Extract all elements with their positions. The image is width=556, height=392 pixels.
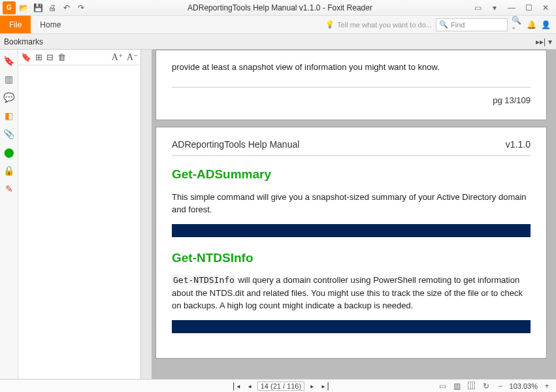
tell-me-input[interactable]: 💡 Tell me what you want to do... — [325, 20, 432, 29]
page13-trailing-text: provide at least a snapshot view of info… — [172, 61, 531, 74]
bookmarks-pane: 🔖 ⊞ ⊟ 🗑 A⁺ A⁻ — [18, 50, 141, 379]
bulb-icon: 💡 — [325, 20, 335, 29]
view-mode-4-icon[interactable]: ↻ — [481, 381, 491, 391]
codeblock-ntdsinfo — [172, 320, 531, 333]
text-size-down-icon[interactable]: A⁻ — [127, 52, 138, 63]
zoom-in-button[interactable]: + — [542, 381, 552, 391]
maximize-icon[interactable]: ☐ — [523, 3, 534, 13]
view-mode-2-icon[interactable]: ▥ — [452, 381, 463, 391]
prev-page-button[interactable]: ◂ — [246, 382, 253, 391]
find-placeholder: Find — [451, 21, 465, 29]
view-mode-1-icon[interactable]: ▭ — [438, 381, 448, 391]
window-title: ADReportingTools Help Manual v1.1.0 - Fo… — [88, 3, 472, 12]
advanced-search-icon[interactable]: 🔍⁺ — [512, 20, 522, 30]
tab-file[interactable]: File — [0, 16, 31, 33]
new-bookmark-icon[interactable]: 🔖 — [21, 52, 31, 62]
para-ntdsinfo: Get-NTDSInfo will query a domain control… — [172, 274, 531, 312]
next-page-button[interactable]: ▸ — [308, 382, 316, 391]
expand-all-icon[interactable]: ⊞ — [35, 52, 42, 62]
layers-panel-icon[interactable]: ◧ — [3, 110, 15, 122]
collapse-all-icon[interactable]: ⊟ — [46, 52, 54, 62]
panel-menu-icon[interactable]: ▾ — [548, 37, 552, 46]
tab-home[interactable]: Home — [31, 16, 70, 33]
ribbon-toggle-icon[interactable]: ▭ — [472, 3, 483, 13]
help-icon[interactable]: ▾ — [489, 3, 500, 13]
comments-panel-icon[interactable]: 💬 — [3, 91, 15, 103]
search-icon: 🔍 — [439, 20, 448, 29]
attachments-panel-icon[interactable]: 📎 — [3, 128, 15, 140]
inline-code-ntdsinfo: Get-NTDSInfo — [172, 275, 236, 285]
ribbon: File Home 💡 Tell me what you want to do.… — [0, 16, 556, 34]
view-mode-3-icon[interactable]: ⿲ — [466, 381, 477, 391]
tell-me-placeholder: Tell me what you want to do... — [337, 21, 432, 29]
pages-panel-icon[interactable]: ▥ — [3, 73, 15, 85]
heading-get-ntdsinfo: Get-NTDSInfo — [172, 249, 531, 268]
print-icon[interactable]: 🖨 — [46, 1, 59, 14]
save-icon[interactable]: 💾 — [31, 1, 44, 14]
heading-get-adsummary: Get-ADSummary — [172, 165, 531, 184]
bookmarks-title: Bookmarks — [4, 37, 43, 46]
app-icon: G — [3, 1, 16, 14]
security-panel-icon[interactable]: ⬤ — [3, 146, 15, 158]
lock-icon[interactable]: 🔒 — [3, 165, 15, 176]
signature-panel-icon[interactable]: ✎ — [3, 183, 15, 195]
last-page-button[interactable]: ▸| — [319, 382, 331, 391]
bookmarks-header: Bookmarks ▸▸| ▾ — [0, 34, 556, 50]
page-number-input[interactable]: 14 (21 / 116) — [257, 382, 304, 391]
open-icon[interactable]: 📂 — [17, 1, 30, 14]
redo-icon[interactable]: ↷ — [74, 1, 88, 14]
title-bar: G 📂 💾 🖨 ↶ ↷ ADReportingTools Help Manual… — [0, 0, 556, 16]
user-icon[interactable]: 👤 — [540, 20, 551, 30]
left-icon-bar: 🔖 ▥ 💬 ◧ 📎 ⬤ 🔒 ✎ — [0, 50, 18, 379]
doc-header-version: v1.1.0 — [506, 138, 531, 152]
page-14: ADReportingTools Help Manual v1.1.0 Get-… — [155, 127, 547, 359]
delete-bookmark-icon[interactable]: 🗑 — [57, 52, 66, 62]
undo-icon[interactable]: ↶ — [60, 1, 73, 14]
text-size-up-icon[interactable]: A⁺ — [112, 52, 123, 63]
collapse-panel-icon[interactable]: ▸▸| — [536, 37, 546, 46]
page-number-13: pg 13/109 — [172, 94, 531, 107]
para-adsummary: This simple command will give you a snap… — [172, 191, 531, 216]
find-input[interactable]: 🔍 Find — [436, 18, 508, 31]
zoom-level: 103.03% — [510, 382, 538, 390]
status-bar: |◂ ◂ 14 (21 / 116) ▸ ▸| ▭ ▥ ⿲ ↻ − 103.03… — [0, 379, 556, 392]
doc-header-title: ADReportingTools Help Manual — [172, 138, 299, 152]
zoom-out-button[interactable]: − — [495, 381, 506, 391]
document-viewport[interactable]: provide at least a snapshot view of info… — [141, 50, 556, 379]
bookmarks-panel-icon[interactable]: 🔖 — [3, 55, 15, 67]
bookmarks-tree[interactable] — [18, 65, 140, 379]
bookmarks-toolbar: 🔖 ⊞ ⊟ 🗑 A⁺ A⁻ — [18, 50, 140, 65]
page-13: provide at least a snapshot view of info… — [155, 50, 547, 120]
codeblock-adsummary — [172, 224, 531, 237]
minimize-icon[interactable]: — — [506, 3, 517, 13]
first-page-button[interactable]: |◂ — [230, 382, 242, 391]
notification-icon[interactable]: 🔔 — [526, 20, 536, 30]
close-icon[interactable]: ✕ — [540, 3, 551, 13]
